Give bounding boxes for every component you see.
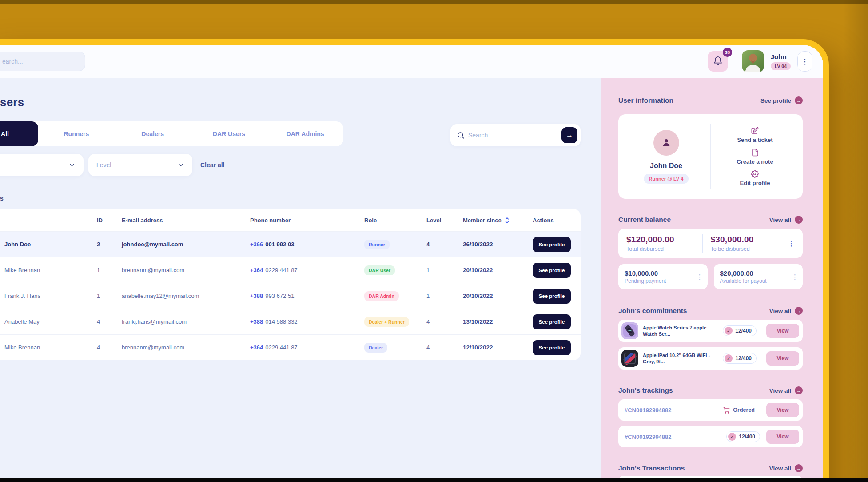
arrow-right-icon: → xyxy=(795,216,803,224)
see-profile-button[interactable]: See profile xyxy=(533,340,571,355)
view-all-balance-link[interactable]: View all → xyxy=(769,216,803,224)
col-member-since: Member since xyxy=(463,217,533,224)
see-profile-button[interactable]: See profile xyxy=(533,289,571,304)
view-tracking-button[interactable]: View xyxy=(766,403,799,417)
cell-name: Frank J. Hans xyxy=(4,293,97,299)
trackings-header: John's trackings View all → xyxy=(618,386,803,394)
see-profile-button[interactable]: See profile xyxy=(533,314,571,329)
tab-dar-users[interactable]: DAR Users xyxy=(191,121,267,146)
commitment-item: Apple Watch Series 7 apple Watch Ser... … xyxy=(618,320,803,342)
progress-value: 12/400 xyxy=(735,328,752,334)
topbar: 30 John xyxy=(0,45,823,78)
balance-to-be-disbursed: $30,000.00 To be disbursed xyxy=(711,235,787,252)
table-search-input[interactable] xyxy=(468,132,561,139)
section-title: Current balance xyxy=(618,216,671,224)
gear-icon xyxy=(751,170,759,178)
cell-id: 1 xyxy=(97,293,122,299)
view-commitment-button[interactable]: View xyxy=(766,351,799,366)
global-search-input[interactable] xyxy=(0,52,85,71)
tab-dar-admins[interactable]: DAR Admins xyxy=(267,121,343,146)
page-title: sers xyxy=(0,96,581,108)
product-thumbnail-watch xyxy=(621,322,638,339)
cell-role: Dealer + Runner xyxy=(364,317,426,327)
table-header-row: ID E-mail address Phone number Role Leve… xyxy=(0,209,581,231)
filter-dropdown-cut[interactable] xyxy=(0,154,84,176)
clear-all-filters-button[interactable]: Clear all xyxy=(200,161,224,169)
tab-dealers[interactable]: Dealers xyxy=(115,121,191,146)
table-row[interactable]: Anabelle May 4 frankj.hans@mymail.com +3… xyxy=(0,309,581,334)
card-divider xyxy=(702,234,703,253)
cell-member-since: 20/10/2022 xyxy=(463,293,533,299)
label: Pending payment xyxy=(625,278,695,284)
cell-name: John Doe xyxy=(4,241,97,248)
view-all-transactions-link[interactable]: View all → xyxy=(769,464,803,472)
filter-level-label: Level xyxy=(96,161,111,169)
section-title: John's commitments xyxy=(618,307,687,315)
cell-role: DAR User xyxy=(364,265,426,275)
cell-id: 4 xyxy=(97,344,122,351)
see-profile-button[interactable]: See profile xyxy=(533,237,571,252)
tracking-id: #CN00192994882 xyxy=(625,407,723,414)
filter-dropdown-level[interactable]: Level xyxy=(88,154,192,176)
table-row[interactable]: Mike Brennan 4 brennanm@mymail.com +3640… xyxy=(0,334,581,360)
create-note-button[interactable]: Create a note xyxy=(737,149,773,165)
user-info-sidebar: User information See profile → John Doe xyxy=(601,78,823,482)
see-profile-link[interactable]: See profile → xyxy=(760,96,803,104)
view-all-commitments-link[interactable]: View all → xyxy=(769,307,803,315)
notification-count-badge: 30 xyxy=(723,48,732,57)
role-badge: DAR User xyxy=(364,265,395,275)
see-profile-button[interactable]: See profile xyxy=(533,263,571,278)
search-submit-button[interactable]: → xyxy=(561,127,577,143)
table-row[interactable]: Mike Brennan 1 brennanm@mymail.com +3640… xyxy=(0,257,581,283)
cell-phone: +3640229 441 87 xyxy=(250,267,364,273)
kebab-menu-icon[interactable]: ⋮ xyxy=(790,272,800,282)
notifications-button[interactable]: 30 xyxy=(708,51,728,72)
table-row[interactable]: Frank J. Hans 1 anabelle.may12@mymail.co… xyxy=(0,283,581,309)
bottom-black-bar xyxy=(0,478,868,482)
arrow-right-icon: → xyxy=(795,96,803,104)
amount: $120,000.00 xyxy=(626,235,702,245)
users-table: ID E-mail address Phone number Role Leve… xyxy=(0,209,581,360)
check-icon: ✓ xyxy=(725,354,733,362)
cell-level: 1 xyxy=(426,293,463,299)
user-information-header: User information See profile → xyxy=(618,96,803,104)
tracking-item: #CN00192994882 Ordered View xyxy=(618,399,803,421)
send-ticket-button[interactable]: Send a ticket xyxy=(737,127,772,143)
col-id: ID xyxy=(97,217,122,224)
sort-icon[interactable] xyxy=(504,217,510,224)
tab-all[interactable]: All xyxy=(0,121,38,146)
commitments-header: John's commitments View all → xyxy=(618,307,803,315)
view-commitment-button[interactable]: View xyxy=(766,324,799,338)
tracking-item: #CN00192994882 ✓ 12/400 View xyxy=(618,426,803,447)
commitment-title: Apple Watch Series 7 apple Watch Ser... xyxy=(643,325,718,337)
cell-email: brennanm@mymail.com xyxy=(122,344,250,351)
kebab-menu-icon[interactable]: ⋮ xyxy=(786,238,796,249)
search-icon xyxy=(457,131,465,139)
view-all-trackings-link[interactable]: View all → xyxy=(769,386,803,394)
arrow-right-icon: → xyxy=(795,307,803,315)
view-tracking-button[interactable]: View xyxy=(766,430,799,444)
role-badge: DAR Admin xyxy=(364,291,399,301)
cell-phone: +3640229 441 87 xyxy=(250,344,364,351)
chevron-down-icon xyxy=(177,161,184,169)
col-role: Role xyxy=(364,217,426,224)
section-title: John's Transactions xyxy=(618,464,685,472)
document-icon xyxy=(751,149,759,157)
table-row[interactable]: John Doe 2 johndoe@mymail.com +366001 99… xyxy=(0,231,581,257)
app-surface: 30 John xyxy=(0,45,823,482)
cell-member-since: 12/10/2022 xyxy=(463,344,533,351)
avatar-photo xyxy=(742,50,764,72)
cell-role: Runner xyxy=(364,240,426,249)
progress-pill: ✓ 12/400 xyxy=(723,325,757,336)
edit-profile-button[interactable]: Edit profile xyxy=(740,170,770,186)
user-menu-kebab[interactable]: ⋮ xyxy=(797,51,812,72)
cell-phone: +366001 992 03 xyxy=(250,241,364,248)
user-avatar[interactable] xyxy=(742,50,764,72)
check-icon: ✓ xyxy=(725,327,733,335)
section-title: John's trackings xyxy=(618,386,673,394)
kebab-menu-icon[interactable]: ⋮ xyxy=(695,272,705,282)
right-edge-vignette xyxy=(843,0,868,482)
tab-runners[interactable]: Runners xyxy=(38,121,115,146)
label: To be disbursed xyxy=(711,246,787,252)
cell-level: 4 xyxy=(426,241,463,248)
